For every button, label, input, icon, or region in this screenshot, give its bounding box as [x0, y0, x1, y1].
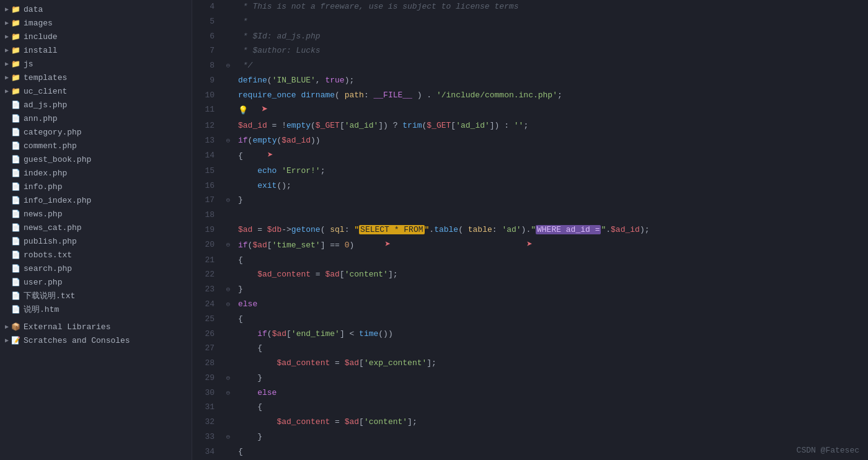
- arrow-icon: ▶: [5, 19, 9, 27]
- sidebar-item-publish[interactable]: ▶ 📄 publish.php: [0, 234, 192, 248]
- sidebar-item-label: 下载说明.txt: [24, 290, 75, 301]
- code-line-26: 26 if($ad['end_time'] < time()): [192, 327, 868, 342]
- folder-icon: 📁: [10, 31, 21, 42]
- code-line-22: 22 $ad_content = $ad['content'];: [192, 268, 868, 283]
- file-icon: 📄: [10, 222, 21, 233]
- sidebar-item-label: info.php: [24, 182, 62, 192]
- file-icon: 📄: [10, 195, 21, 206]
- code-line-10: 10 require_once dirname( path: __FILE__ …: [192, 89, 868, 104]
- sidebar-item-include[interactable]: ▶ 📁 include: [0, 30, 192, 43]
- sidebar-item-label: ad_js.php: [24, 100, 67, 110]
- sidebar-item-label: templates: [24, 73, 67, 82]
- code-line-15: 15 echo 'Error!';: [192, 164, 868, 179]
- folder-icon: 📁: [10, 17, 21, 29]
- code-line-21: 21 {: [192, 254, 868, 268]
- sidebar-item-comment[interactable]: ▶ 📄 comment.php: [0, 139, 192, 153]
- folder-icon: 📁: [10, 58, 21, 69]
- sidebar-item-news-cat[interactable]: ▶ 📄 news_cat.php: [0, 221, 192, 234]
- code-line-25: 25 {: [192, 312, 868, 327]
- file-icon: 📄: [10, 304, 21, 315]
- sidebar-item-label: Scratches and Consoles: [24, 336, 130, 345]
- file-tree[interactable]: ▶ 📁 data ▶ 📁 images ▶ 📁 include ▶ 📁 inst…: [0, 0, 192, 460]
- code-line-29: 29 ⊖ }: [192, 371, 868, 386]
- sidebar-item-scratches[interactable]: ▶ 📝 Scratches and Consoles: [0, 334, 192, 347]
- sidebar-item-images[interactable]: ▶ 📁 images: [0, 16, 192, 30]
- sidebar-item-label: user.php: [24, 278, 62, 287]
- code-line-6: 6 * $Id: ad_js.php: [192, 30, 868, 45]
- sidebar-item-user[interactable]: ▶ 📄 user.php: [0, 275, 192, 289]
- sidebar-item-label: install: [24, 46, 58, 55]
- code-line-16: 16 exit();: [192, 179, 868, 194]
- file-icon: 📄: [10, 208, 21, 219]
- sidebar-item-category[interactable]: ▶ 📄 category.php: [0, 125, 192, 139]
- file-icon: 📄: [10, 113, 21, 124]
- sidebar-item-info[interactable]: ▶ 📄 info.php: [0, 180, 192, 193]
- code-line-28: 28 $ad_content = $ad['exp_content'];: [192, 356, 868, 371]
- sidebar-item-label: news_cat.php: [24, 223, 82, 232]
- code-line-7: 7 * $author: Lucks: [192, 44, 868, 59]
- sidebar-item-label: js: [24, 60, 33, 69]
- sidebar-item-news[interactable]: ▶ 📄 news.php: [0, 207, 192, 221]
- sidebar-item-label: External Libraries: [24, 322, 110, 332]
- code-line-5: 5 *: [192, 15, 868, 30]
- code-line-14: 14 { ➤: [192, 149, 868, 164]
- sidebar-item-index[interactable]: ▶ 📄 index.php: [0, 166, 192, 180]
- sidebar-item-readme[interactable]: ▶ 📄 说明.htm: [0, 303, 192, 316]
- sidebar-item-label: publish.php: [24, 237, 77, 246]
- folder-icon: 📁: [10, 86, 21, 97]
- sidebar-item-templates[interactable]: ▶ 📁 templates: [0, 71, 192, 84]
- sidebar-item-ann[interactable]: ▶ 📄 ann.php: [0, 112, 192, 125]
- arrow-icon: ▶: [5, 46, 9, 54]
- file-icon: 📄: [10, 236, 21, 247]
- sidebar-item-js[interactable]: ▶ 📁 js: [0, 57, 192, 71]
- code-line-12: 12 $ad_id = !empty($_GET['ad_id']) ? tri…: [192, 119, 868, 134]
- sidebar-item-label: 说明.htm: [24, 304, 59, 315]
- sidebar-item-label: index.php: [24, 169, 67, 178]
- sidebar-item-data[interactable]: ▶ 📁 data: [0, 2, 192, 16]
- sidebar-item-label: news.php: [24, 210, 62, 219]
- sidebar-item-robots[interactable]: ▶ 📄 robots.txt: [0, 248, 192, 262]
- file-icon: 📄: [10, 126, 21, 138]
- sidebar-item-label: uc_client: [24, 87, 67, 96]
- code-line-20: 20 ⊖ if($ad['time_set'] == 0) ➤ ➤: [192, 238, 868, 254]
- file-icon: 📄: [10, 290, 21, 301]
- code-line-23: 23 ⊖ }: [192, 283, 868, 298]
- code-line-18: 18: [192, 208, 868, 223]
- folder-icon: 📁: [10, 4, 21, 15]
- arrow-icon: ▶: [5, 74, 9, 81]
- code-line-11: 11 💡 ➤: [192, 103, 868, 119]
- code-line-33: 33 ⊖ }: [192, 430, 868, 445]
- sidebar-item-search[interactable]: ▶ 📄 search.php: [0, 262, 192, 275]
- sidebar-item-label: robots.txt: [24, 250, 72, 260]
- sidebar-item-label: images: [24, 19, 53, 28]
- scratch-icon: 📝: [10, 335, 21, 346]
- code-editor[interactable]: 4 * This is not a freeware, use is subje…: [192, 0, 868, 460]
- arrow-icon: ▶: [5, 6, 9, 13]
- sidebar-item-label: data: [24, 5, 43, 14]
- code-line-13: 13 ⊖ if(empty($ad_id)): [192, 134, 868, 149]
- code-line-17: 17 ⊖ }: [192, 193, 868, 208]
- watermark: CSDN @Fatesec: [797, 446, 859, 455]
- sidebar-item-ad-js[interactable]: ▶ 📄 ad_js.php: [0, 98, 192, 112]
- file-icon: 📄: [10, 99, 21, 110]
- code-line-19: 19 $ad = $db->getone( sql: "SELECT * FRO…: [192, 223, 868, 238]
- sidebar-item-download[interactable]: ▶ 📄 下载说明.txt: [0, 289, 192, 303]
- code-line-32: 32 $ad_content = $ad['content'];: [192, 415, 868, 430]
- arrow-icon: ▶: [5, 33, 9, 40]
- sidebar-item-info-index[interactable]: ▶ 📄 info_index.php: [0, 193, 192, 207]
- sidebar-item-guest-book[interactable]: ▶ 📄 guest_book.php: [0, 153, 192, 166]
- file-icon: 📄: [10, 181, 21, 192]
- file-icon: 📄: [10, 154, 21, 165]
- sidebar-item-external[interactable]: ▶ 📦 External Libraries: [0, 320, 192, 334]
- sidebar-item-label: comment.php: [24, 141, 77, 151]
- sidebar-item-label: category.php: [24, 128, 82, 137]
- code-line-24: 24 ⊖ else: [192, 298, 868, 312]
- code-line-30: 30 ⊖ else: [192, 386, 868, 401]
- sidebar-item-uc-client[interactable]: ▶ 📁 uc_client: [0, 84, 192, 98]
- file-icon: 📄: [10, 249, 21, 260]
- sidebar-item-label: info_index.php: [24, 196, 91, 205]
- sidebar-item-label: ann.php: [24, 114, 58, 123]
- file-icon: 📄: [10, 263, 21, 274]
- folder-icon: 📁: [10, 45, 21, 56]
- sidebar-item-install[interactable]: ▶ 📁 install: [0, 43, 192, 57]
